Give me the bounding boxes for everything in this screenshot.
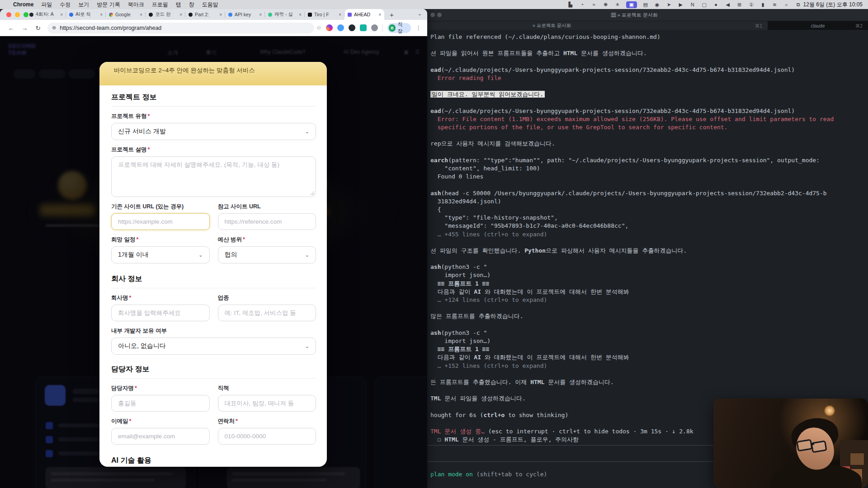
select-budget[interactable]: 협의⌄ <box>218 246 316 263</box>
browser-tab-캐럿 - 실[interactable]: 캐럿 - 실× <box>265 9 305 20</box>
tab-search-chevron-icon[interactable]: ⌄ <box>418 11 422 17</box>
chrome-window: 4회차: A×AI로 직×Google×코드 한×Part 2:×API key… <box>0 9 427 488</box>
field-label-industry: 업종 <box>218 294 316 302</box>
search-icon[interactable]: ⌕ <box>783 1 790 8</box>
textarea-project-desc[interactable]: 프로젝트에 대해 자세히 설명해주세요. (목적, 기능, 대상 등) <box>111 156 316 197</box>
minimize-window-button[interactable] <box>15 12 20 17</box>
field-label-timeline: 희망 일정* <box>111 236 210 244</box>
input-position[interactable]: 대표이사, 팀장, 매니저 등 <box>218 395 316 412</box>
tab-close-icon[interactable]: × <box>179 12 182 17</box>
menu-item-파일[interactable]: 파일 <box>41 1 52 9</box>
browser-tab-API key[interactable]: API key× <box>225 9 265 20</box>
select-timeline[interactable]: 1개월 이내⌄ <box>111 246 210 263</box>
dot-app-icon[interactable]: ● <box>713 1 719 8</box>
modal-header: 바이브코딩으로 2~4주 안에 완성하는 맞춤형 서비스 <box>99 62 327 85</box>
browser-tab-코드 한[interactable]: 코드 한× <box>146 9 185 20</box>
form-row: 프로젝트 설명*프로젝트에 대해 자세히 설명해주세요. (목적, 기능, 대상… <box>111 146 316 197</box>
one-circle-icon[interactable]: ① <box>748 1 755 8</box>
terminal-window-button[interactable] <box>437 13 442 17</box>
terminal-line: import json…) <box>430 271 868 279</box>
browser-tab-Part 2:[interactable]: Part 2:× <box>185 9 225 20</box>
grid-icon[interactable]: ⊞ <box>736 1 743 8</box>
wifi-icon[interactable]: ≋ <box>772 1 778 8</box>
input-company-name[interactable]: 회사명을 입력해주세요 <box>111 305 210 321</box>
menu-item-방문 기록[interactable]: 방문 기록 <box>97 1 120 9</box>
browser-tab-Google[interactable]: Google× <box>106 9 146 20</box>
menu-item-프로필[interactable]: 프로필 <box>152 1 168 9</box>
tab-close-icon[interactable]: × <box>299 12 302 17</box>
chart-icon[interactable]: ▙ <box>567 1 574 8</box>
input-contact-name[interactable]: 홍길동 <box>111 395 210 412</box>
input-industry[interactable]: 예: IT, 제조업, 서비스업 등 <box>218 305 316 321</box>
puzzle-extensions-icon[interactable] <box>371 24 378 31</box>
terminal-tab-project-docs[interactable]: » 프로젝트 문서화 ⌘1 <box>425 21 768 30</box>
form-row: 기존 사이트 URL (있는 경우)https://example.com참고 … <box>111 203 316 230</box>
menu-app-name[interactable]: Chrome <box>13 1 33 8</box>
play-circle-icon[interactable]: ▶ <box>678 1 684 8</box>
back-button[interactable]: ← <box>5 24 17 32</box>
menu-item-수정[interactable]: 수정 <box>60 1 71 9</box>
notion-icon[interactable]: N <box>689 1 696 8</box>
timer-icon[interactable]: ◔ <box>579 1 585 8</box>
section-title-AI 기술 활용: AI 기술 활용 <box>111 456 316 465</box>
telegram-icon[interactable]: ➤ <box>666 1 672 8</box>
close-window-button[interactable] <box>6 12 11 17</box>
input-phone[interactable]: 010-0000-0000 <box>218 428 316 445</box>
browser-tab-4회차: A[interactable]: 4회차: A× <box>26 9 66 20</box>
field-label-email: 이메일* <box>111 418 210 425</box>
menu-item-탭[interactable]: 탭 <box>176 1 181 9</box>
tab-close-icon[interactable]: × <box>339 12 341 17</box>
input-reference-site-url[interactable]: https://reference.com <box>218 213 316 230</box>
terminal-line <box>430 321 868 329</box>
tab-close-icon[interactable]: × <box>219 12 222 17</box>
webcam-overlay[interactable] <box>713 399 868 488</box>
gear-flower-icon[interactable]: ❋ <box>603 1 609 8</box>
field-label-reference-site-url: 참고 사이트 URL <box>218 203 316 211</box>
browser-tab-Tiro | F[interactable]: Tiro | F× <box>305 9 344 20</box>
tab-title: 캐럿 - 실 <box>274 11 297 18</box>
screen-sharing-icon[interactable]: ▣ <box>626 1 637 8</box>
wave-app-icon[interactable]: ≈ <box>591 1 597 8</box>
terminal-window-button[interactable] <box>430 13 435 17</box>
tab-close-icon[interactable]: × <box>140 12 142 17</box>
field-label-phone: 연락처* <box>218 418 316 425</box>
field-label-project-type: 프로젝트 유형* <box>111 113 316 120</box>
menu-item-창[interactable]: 창 <box>189 1 194 9</box>
input-existing-site-url[interactable]: https://example.com <box>111 213 210 230</box>
bookmark-star-icon[interactable]: ☆ <box>316 24 321 31</box>
dark-circle-extension-icon[interactable] <box>349 24 355 31</box>
snowflake-icon[interactable]: ✳ <box>614 1 621 8</box>
browser-tab-AI로 직[interactable]: AI로 직× <box>66 9 106 20</box>
select-internal-devs[interactable]: 아니오, 없습니다⌄ <box>111 338 316 355</box>
blue-bird-extension-icon[interactable] <box>337 24 344 31</box>
url-text[interactable]: https://second-team.com/program/ahead <box>60 25 161 31</box>
site-info-icon[interactable]: ⊕ <box>52 25 56 31</box>
tab-close-icon[interactable]: × <box>259 12 262 17</box>
volume-icon[interactable]: ◀ <box>725 1 731 8</box>
battery-icon[interactable]: ▮ <box>760 1 766 8</box>
input-email[interactable]: email@example.com <box>111 428 210 445</box>
monitor-icon[interactable]: ▢ <box>701 1 708 8</box>
terminal-tab-claude[interactable]: claude ⌘2 <box>768 21 868 30</box>
chrome-menu-button[interactable]: ⋮ <box>415 24 422 31</box>
menu-item-북마크[interactable]: 북마크 <box>128 1 144 9</box>
select-project-type[interactable]: 신규 서비스 개발⌄ <box>111 123 316 140</box>
menu-item-도움말[interactable]: 도움말 <box>202 1 218 9</box>
teal-square-extension-icon[interactable] <box>360 24 367 31</box>
reload-button[interactable]: ↻ <box>32 24 44 32</box>
record-dot-icon[interactable]: ◉ <box>654 1 660 8</box>
tab-close-icon[interactable]: × <box>100 12 103 17</box>
forward-button[interactable]: → <box>19 24 31 32</box>
display-settings-icon[interactable]: ▤ <box>642 1 649 8</box>
camera-gradient-extension-icon[interactable] <box>326 24 333 31</box>
section-title-회사 정보: 회사 정보 <box>111 274 316 284</box>
browser-tab-AHEAD[interactable]: AHEAD× <box>344 9 384 20</box>
profile-chip[interactable]: B 직장 <box>387 23 411 33</box>
tab-close-icon[interactable]: × <box>60 12 63 17</box>
new-tab-button[interactable]: + <box>390 11 394 19</box>
menu-item-보기[interactable]: 보기 <box>78 1 89 9</box>
address-bar[interactable]: ⊕ https://second-team.com/program/ahead <box>47 23 314 33</box>
menu-clock[interactable]: 12월 6일 (토) 오후 10:05 <box>803 1 863 9</box>
tab-close-icon[interactable]: × <box>378 12 381 17</box>
user-switch-icon[interactable]: ⧉ <box>795 1 802 8</box>
